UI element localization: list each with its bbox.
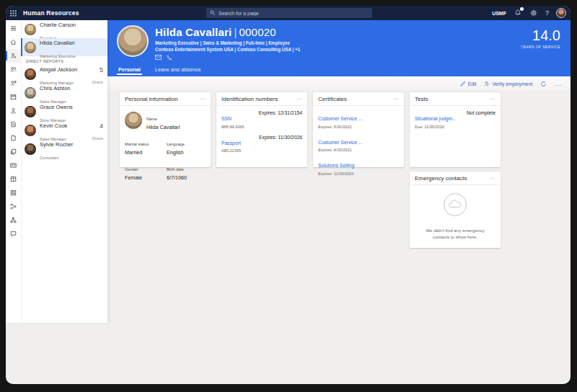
nav-person-group[interactable] <box>6 104 21 117</box>
service-label: YEARS OF SERVICE <box>521 45 560 49</box>
list-item-sylvie-rocher[interactable]: Sylvie RocherConsultant <box>21 140 107 159</box>
card-more-button[interactable]: ⋯ <box>393 98 399 101</box>
top-navigation-bar: Human Resources USMF ? <box>6 6 571 20</box>
field-marital-status: Marital statusMarried <box>125 135 164 156</box>
card-more-button[interactable]: ⋯ <box>200 98 206 101</box>
card-title: Tests <box>415 96 428 102</box>
cards-container: Personal information ⋯ Name Hilda Cavall… <box>120 92 501 248</box>
edit-button[interactable]: Edit <box>460 81 477 86</box>
card-more-button[interactable]: ⋯ <box>296 98 302 101</box>
calendar-icon <box>10 94 17 100</box>
email-icon[interactable] <box>155 55 162 61</box>
nav-org-tree[interactable] <box>6 213 21 227</box>
avatar <box>25 106 36 117</box>
account-avatar[interactable] <box>556 8 566 18</box>
tab-leave-and-absence[interactable]: Leave and absence <box>154 63 203 76</box>
app-window: Human Resources USMF ? <box>6 6 571 384</box>
app-launcher-button[interactable] <box>6 6 20 20</box>
employee-name: Kevin Cook <box>40 122 67 129</box>
nav-feedback[interactable] <box>6 227 21 241</box>
verify-person-icon <box>484 81 490 86</box>
nav-grid[interactable] <box>6 186 21 200</box>
nav-personnel[interactable] <box>6 76 21 90</box>
search-icon <box>210 10 216 16</box>
card-title: Emergency contacts <box>415 175 467 182</box>
people-icon <box>10 66 17 73</box>
employee-photo <box>117 25 149 57</box>
ssn-link[interactable]: SSN <box>221 116 232 121</box>
field-language: LanguageEnglish <box>167 135 206 156</box>
field-gender: GenderFemale <box>125 161 164 181</box>
employee-header: Hilda Cavallari|000020 Marketing Executi… <box>107 20 571 76</box>
card-more-button[interactable]: ⋯ <box>490 98 495 101</box>
content-area: Hilda Cavallari|000020 Marketing Executi… <box>107 20 571 384</box>
personal-info-photo <box>125 112 142 129</box>
passport-link[interactable]: Passport <box>221 141 241 146</box>
refresh-icon <box>540 81 547 87</box>
employee-title: Marketing Executive <box>40 54 76 58</box>
notifications-button[interactable] <box>514 9 522 17</box>
search-input[interactable] <box>219 11 369 16</box>
empty-state-message: We didn't find any emergency contacts to… <box>418 227 493 241</box>
id-row-passport: PassportABC12345 Expires: 11/30/2026 <box>221 135 302 153</box>
employee-name: Grace Owens <box>40 104 73 110</box>
waffle-icon <box>10 6 17 19</box>
tab-strip: Personal Leave and absence <box>117 63 203 76</box>
avatar <box>25 42 36 53</box>
cloud-icon <box>443 192 467 220</box>
person-flag-icon <box>10 80 17 86</box>
field-birth-date: Birth date6/7/1960 <box>167 161 206 181</box>
name-label: Name <box>146 117 157 121</box>
grid-icon <box>10 190 17 196</box>
nav-menu-button[interactable] <box>6 22 21 35</box>
navigation-rail <box>6 20 21 323</box>
verify-employment-button[interactable]: Verify employment <box>484 81 532 86</box>
help-button[interactable]: ? <box>545 9 549 17</box>
certificate-row: Customer Service ...Expires: 6/30/2021 <box>318 134 399 153</box>
years-of-service: 14.0 YEARS OF SERVICE <box>521 27 560 49</box>
test-link[interactable]: Situational judgm... <box>415 116 457 121</box>
more-button[interactable]: ... <box>555 81 562 87</box>
list-item-hilda-cavallari[interactable]: Hilda CavallariMarketing Executive <box>21 38 107 56</box>
document-alt-icon <box>10 135 17 141</box>
edit-pencil-icon <box>460 81 466 86</box>
card-more-button[interactable]: ⋯ <box>490 177 495 180</box>
card-title: Personal information <box>125 96 177 102</box>
nav-copy[interactable] <box>6 145 21 159</box>
employee-name: Hilda Cavallari <box>40 40 74 46</box>
certificate-link[interactable]: Customer Service ... <box>318 116 363 121</box>
tab-personal[interactable]: Personal <box>117 63 142 76</box>
employee-meta-1: Marketing Executive | Sales & Marketing … <box>155 40 300 45</box>
nav-calendar[interactable] <box>6 90 21 104</box>
menu-icon <box>10 25 17 32</box>
nav-home[interactable] <box>6 35 21 49</box>
page-search[interactable] <box>206 8 372 18</box>
action-toolbar: Edit Verify employment ... <box>107 76 571 91</box>
card-title: Identification numbers <box>221 96 278 102</box>
notification-badge <box>520 7 524 11</box>
employee-list-panel: Charlie CarsonPresident Hilda CavallariM… <box>21 20 107 323</box>
nav-employee-self-service[interactable] <box>6 49 21 63</box>
gear-icon <box>530 6 537 19</box>
app-title: Human Resources <box>23 9 79 17</box>
nav-people[interactable] <box>6 63 21 76</box>
nav-table[interactable] <box>6 172 21 186</box>
nav-document-1[interactable] <box>6 117 21 131</box>
refresh-button[interactable] <box>540 81 547 87</box>
nav-flow[interactable] <box>6 200 21 213</box>
employee-name: Hilda Cavallari <box>155 26 232 38</box>
certificate-link[interactable]: Solutions Selling <box>318 163 354 168</box>
phone-icon[interactable] <box>167 55 172 61</box>
copy-icon <box>10 148 17 155</box>
test-row: Situational judgm...Due: 11/30/2020 Not … <box>415 110 495 129</box>
flow-icon <box>10 203 17 210</box>
tests-card: Tests ⋯ Situational judgm...Due: 11/30/2… <box>410 92 501 167</box>
nav-id-card[interactable] <box>6 159 21 172</box>
topbar-right-cluster: USMF ? <box>492 6 566 20</box>
company-selector[interactable]: USMF <box>492 11 506 16</box>
identification-numbers-card: Identification numbers ⋯ SSN888-99-9365 … <box>216 92 307 167</box>
nav-document-2[interactable] <box>6 131 21 145</box>
test-status: Not complete <box>467 110 495 129</box>
settings-button[interactable] <box>529 9 538 17</box>
certificate-link[interactable]: Customer Service ... <box>318 140 363 145</box>
